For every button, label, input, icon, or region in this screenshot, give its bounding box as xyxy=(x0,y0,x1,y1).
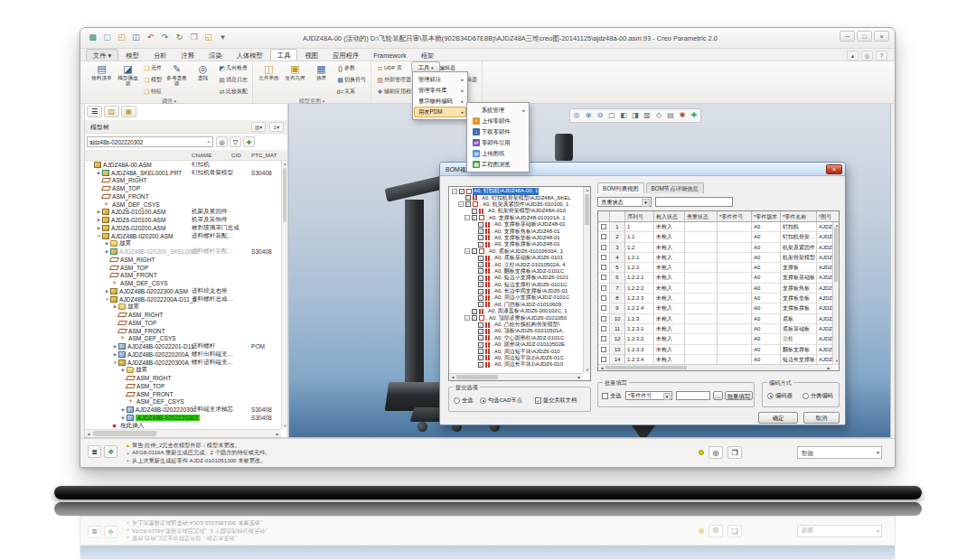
aux-applications-button[interactable]: ❖辅助应用程序 xyxy=(376,86,417,98)
model-button[interactable]: ❑模型 xyxy=(143,74,162,86)
relations-button[interactable]: d=关系 xyxy=(336,86,366,98)
node-checkbox[interactable]: ✓ xyxy=(478,322,483,328)
tree-node[interactable]: ✳ASM_DEF_CSYS xyxy=(85,398,281,406)
node-checkbox[interactable]: ✓ xyxy=(478,222,483,228)
tree-node[interactable]: ASM_RIGHT xyxy=(85,311,281,319)
node-checkbox[interactable]: ✓ xyxy=(465,195,471,201)
tree-node[interactable]: ASM_FRONT xyxy=(85,272,281,280)
node-checkbox[interactable]: ✓ xyxy=(472,309,477,314)
node-checkbox[interactable]: ✓ xyxy=(472,209,477,214)
node-checkbox[interactable]: ✓ xyxy=(478,275,483,281)
menu-item-管理零件库[interactable]: 管理零件库▸ xyxy=(414,85,466,96)
model-wheel[interactable] xyxy=(418,422,427,432)
menu-item-系统管理[interactable]: 系统管理▸ xyxy=(468,105,528,116)
node-checkbox[interactable]: ✓ xyxy=(465,201,471,207)
batch-more-button[interactable]: … xyxy=(713,391,723,400)
node-checkbox[interactable]: ✓ xyxy=(478,229,483,234)
regenerate-icon[interactable]: ↻ xyxy=(174,32,185,43)
node-checkbox[interactable]: ✓ xyxy=(478,335,483,341)
menu-item-下载零部件[interactable]: ↓下载零部件 xyxy=(468,126,528,137)
tab-人体模型[interactable]: 人体模型 xyxy=(230,49,270,61)
expand-toggle-icon[interactable]: ▶ xyxy=(104,249,110,254)
collapse-toggle-icon[interactable]: − xyxy=(465,215,470,220)
menu-item-零部件引用[interactable]: ⇄零部件引用 xyxy=(468,137,528,148)
clear-search-icon[interactable]: × xyxy=(207,139,214,145)
check-select-all[interactable]: 全选 xyxy=(602,392,621,400)
repaint-icon[interactable]: ▢ xyxy=(606,110,617,121)
tree-node[interactable]: ▶AJDZ48B-020222030进料端支承轴芯S30408 xyxy=(85,406,281,414)
cancel-button[interactable]: 取消 xyxy=(803,412,840,424)
expand-toggle-icon[interactable]: ▶ xyxy=(104,241,110,246)
column-序列号[interactable]: 序列号 xyxy=(625,211,654,222)
tree-node[interactable]: ▶放置 xyxy=(85,303,281,312)
expand-toggle-icon[interactable]: ▶ xyxy=(96,210,102,214)
row-checkbox[interactable] xyxy=(598,345,610,355)
menu-item-上传零部件[interactable]: ↑上传零部件 xyxy=(468,116,528,126)
bom-table-row[interactable]: 121.2.3.2未检入A0立柱AJDZ-0 xyxy=(598,334,839,344)
node-checkbox[interactable]: ✓ xyxy=(478,268,483,274)
command-search-icon[interactable]: ◎ xyxy=(861,51,873,61)
component-button[interactable]: ❑元件 xyxy=(143,62,162,74)
collapse-toggle-icon[interactable]: − xyxy=(458,201,464,207)
external-manager-button[interactable]: ▥外部管理器 xyxy=(376,74,417,86)
node-checkbox[interactable]: ✓ xyxy=(478,242,483,247)
menu-item-显示物料编码[interactable]: 显示物料编码▸ xyxy=(414,96,466,107)
feature-button[interactable]: ❑特征 xyxy=(143,86,162,98)
tree-node[interactable]: ASM_RIGHT xyxy=(85,177,281,185)
find-button[interactable]: ◎查找 xyxy=(191,62,215,80)
row-checkbox[interactable] xyxy=(598,263,610,273)
family-table-button[interactable]: ▦族表 xyxy=(309,62,333,80)
tree-node[interactable]: AJDZ48A-00.ASM钉扣机 xyxy=(85,161,281,169)
check-linked-docs[interactable]: ✓ 提交关联文档 xyxy=(535,397,577,405)
node-checkbox[interactable]: ✓ xyxy=(478,342,483,348)
column-cname[interactable]: CNAME xyxy=(192,150,211,161)
menu-item-工程图浏览[interactable]: ▦工程图浏览 xyxy=(468,159,528,170)
tree-node[interactable]: ▶AJDZ48B-0202220302S30408 xyxy=(85,414,281,422)
expand-toggle-icon[interactable]: ▶ xyxy=(112,352,118,357)
tree-node[interactable]: ▶AJDZ6-020100.ASM机罩及装饰件 xyxy=(85,216,281,224)
node-checkbox[interactable]: ✓ xyxy=(478,349,483,354)
expand-toggle-icon[interactable]: ▶ xyxy=(96,218,102,222)
tab-工具[interactable]: 工具 xyxy=(270,49,298,61)
tab-Framework[interactable]: Framework xyxy=(366,49,414,61)
radio-select-all[interactable]: 全选 xyxy=(454,397,473,405)
expand-toggle-icon[interactable]: ▶ xyxy=(96,226,102,230)
expand-toggle-icon[interactable]: ▶ xyxy=(112,344,118,349)
node-checkbox[interactable]: ✓ xyxy=(478,355,483,360)
tab-模型[interactable]: 模型 xyxy=(118,49,146,61)
column-检入状态[interactable]: 检入状态 xyxy=(654,211,685,222)
row-checkbox[interactable] xyxy=(598,303,610,313)
tree-search-input[interactable] xyxy=(87,136,213,147)
windows-icon[interactable]: ❒ xyxy=(188,32,200,43)
publish-geometry-button[interactable]: ▣发布几何 xyxy=(283,62,307,80)
bom-table-row[interactable]: 61.2.2.1未检入A0支撑板基础板AJDZ4 xyxy=(598,273,839,283)
tab-视图[interactable]: 视图 xyxy=(297,49,325,61)
row-checkbox[interactable] xyxy=(598,253,610,263)
tab-应用程序[interactable]: 应用程序 xyxy=(325,49,366,61)
view-manager-icon[interactable]: ▤ xyxy=(665,110,676,121)
node-checkbox[interactable]: ✓ xyxy=(478,282,483,287)
bom-tree-node[interactable]: ✓, A0, 周边长平块1\AJDZ6-010 xyxy=(450,361,583,368)
column-ptc-mat[interactable]: PTC_MAT xyxy=(251,150,277,161)
bom-search-input[interactable] xyxy=(655,197,733,207)
component-interface-button[interactable]: ◫元件界面 xyxy=(257,62,281,80)
search-filter-icon[interactable]: ▽ xyxy=(230,136,241,147)
expand-toggle-icon[interactable]: ▼ xyxy=(96,234,102,238)
tree-node[interactable]: ◆在此插入 xyxy=(85,422,281,429)
tab-注释[interactable]: 注释 xyxy=(174,49,202,61)
ok-button[interactable]: 确定 xyxy=(758,412,798,424)
bom-table-row[interactable]: 81.2.2.3未检入A0支撑板垫板AJDZ4 xyxy=(598,294,839,303)
tree-node[interactable]: ▶AJDZ48B-020220200A螺杆出料端支… xyxy=(85,350,281,359)
open-file-icon[interactable]: ◰ xyxy=(116,32,127,43)
collapse-toggle-icon[interactable]: − xyxy=(465,315,470,321)
radio-coder[interactable]: 编码器 xyxy=(767,392,793,400)
tree-node[interactable]: ▼AJDZ48B-020200.ASM进料螺杆装配… xyxy=(85,232,281,240)
node-checkbox[interactable]: ✓ xyxy=(478,235,483,240)
tree-node[interactable]: ASM_RIGHT xyxy=(85,374,281,382)
tree-node[interactable]: ▼AJDZ48B-02022200A-D11_5进料螺杆总成… xyxy=(85,295,281,303)
datum-display-icon[interactable]: ✱ xyxy=(677,110,688,121)
navigator-toggle-icon[interactable]: ≣ xyxy=(88,445,101,458)
tree-settings-button[interactable]: ▥▾ xyxy=(251,122,266,132)
expand-toggle-icon[interactable]: ▼ xyxy=(112,360,118,365)
spin-center-icon[interactable]: ✚ xyxy=(689,110,699,121)
